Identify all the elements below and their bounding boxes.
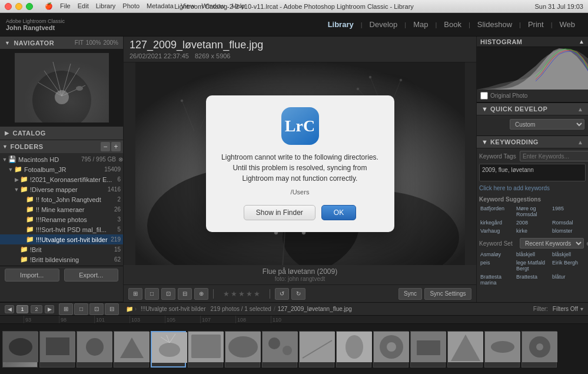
sync-settings-button[interactable]: Sync Settings [424, 288, 471, 300]
kw-suggestion[interactable]: Batfjorden [479, 205, 514, 218]
tab-library[interactable]: Library [321, 18, 361, 31]
page-1-button[interactable]: 1 [16, 305, 28, 313]
menu-library[interactable]: Library [96, 2, 116, 10]
rotate-left-button[interactable]: ↺ [275, 288, 289, 300]
thumbnail-item[interactable] [484, 331, 520, 368]
thumbnail-item-selected[interactable] [151, 331, 186, 368]
thumbnail-item[interactable] [114, 331, 149, 368]
prev-page-button[interactable]: ◀ [5, 305, 14, 313]
kw-set-tag[interactable]: lege Matfald Bergt [515, 259, 550, 272]
filter-expand-icon[interactable]: ▾ [580, 306, 583, 312]
minimize-button[interactable] [15, 3, 22, 10]
close-button[interactable] [5, 3, 12, 10]
qd-arrow[interactable]: ▲ [577, 106, 583, 112]
folder-minus-button[interactable]: − [101, 142, 110, 151]
import-button[interactable]: Import... [5, 269, 59, 282]
list-item[interactable]: ▶ 📁 !!!Rename photos 3 [0, 214, 123, 224]
breadcrumb-folder[interactable]: 📁 [126, 306, 135, 312]
tab-slideshow[interactable]: Slideshow [470, 18, 519, 31]
star-4[interactable]: ★ [246, 290, 253, 298]
original-photo-checkbox[interactable] [480, 92, 488, 100]
quick-develop-header[interactable]: ▼ Quick Develop ▲ [477, 102, 588, 115]
kw-suggestion[interactable]: 2008 [515, 219, 550, 226]
folder-root[interactable]: ▼ 💾 Macintosh HD 795 / 995 GB ⊗ [0, 154, 123, 164]
kw-set-tag[interactable]: peis [479, 259, 514, 272]
people-view-button[interactable]: ⊕ [194, 288, 208, 300]
traffic-lights[interactable] [5, 3, 33, 10]
kw-set-tag[interactable]: blåskjell [551, 251, 586, 258]
tab-book[interactable]: Book [437, 18, 469, 31]
folder-plus-button[interactable]: + [111, 142, 121, 151]
menu-file[interactable]: File [60, 2, 71, 10]
click-here-keywords[interactable]: Click here to add keywords [479, 184, 586, 193]
kw-set-tag[interactable]: Brattesta marina [479, 273, 514, 286]
histogram-arrow[interactable]: ▲ [579, 38, 584, 45]
list-item[interactable]: ▶ 📁 !Britt bildevisning 62 [0, 254, 123, 264]
show-in-finder-button[interactable]: Show in Finder [244, 205, 315, 220]
list-item[interactable]: ▼ 📁 !Diverse mapper 1416 [0, 184, 123, 194]
survey-view-btn[interactable]: ⊟ [105, 303, 119, 315]
thumbnail-item[interactable] [188, 331, 223, 368]
zoom-100-button[interactable]: 100% [86, 39, 101, 46]
kw-set-tag[interactable]: Brattesta [515, 273, 550, 286]
list-item[interactable]: ▶ 📁 !Brit 15 [0, 244, 123, 254]
list-item[interactable]: ▶ 📁 !!!Utvalgte sort-hvit bilder 219 [0, 234, 123, 244]
thumbnail-item[interactable] [373, 331, 408, 368]
list-item[interactable]: ▶ 📁 !! Mine kameraer 26 [0, 204, 123, 214]
thumbnail-item[interactable] [336, 331, 371, 368]
ok-button[interactable]: OK [321, 205, 356, 220]
kw-suggestion[interactable]: blomster [551, 227, 586, 234]
thumbnail-item[interactable] [39, 331, 75, 368]
kw-suggestion[interactable]: kirkegård [479, 219, 514, 226]
zoom-200-button[interactable]: 200% [103, 39, 118, 46]
folders-header[interactable]: ▼ Folders − + [0, 140, 123, 153]
list-item[interactable]: ▶ 📁 !!!Sort-hvit PSD mal_fil... 5 [0, 224, 123, 234]
kw-set-tag[interactable]: blåskjell [515, 251, 550, 258]
star-5[interactable]: ★ [254, 290, 260, 298]
kw-set-tag[interactable]: Asmaløy [479, 251, 514, 258]
thumbnail-item[interactable] [521, 331, 557, 368]
navigator-fit-buttons[interactable]: FIT 100% 200% [75, 39, 118, 46]
tab-print[interactable]: Print [521, 18, 551, 31]
star-2[interactable]: ★ [231, 290, 237, 298]
page-2-button[interactable]: 2 [31, 305, 42, 313]
fit-button[interactable]: FIT [75, 39, 84, 46]
compare-view-button[interactable]: ⊡ [161, 288, 175, 300]
list-item[interactable]: ▼ 📁 Fotoalbum_JR 15409 [0, 164, 123, 174]
qd-preset-select[interactable]: Custom [510, 119, 584, 130]
maximize-button[interactable] [26, 3, 33, 10]
menu-edit[interactable]: Edit [78, 2, 89, 10]
export-button[interactable]: Export... [64, 269, 119, 282]
loupe-view-button[interactable]: □ [145, 288, 159, 300]
menu-apple[interactable]: 🍎 [45, 2, 53, 10]
grid-view-btn[interactable]: ⊞ [59, 303, 73, 315]
tab-web[interactable]: Web [553, 18, 583, 31]
list-item[interactable]: ▶ 📁 !! foto_John Rangtvedt 2 [0, 194, 123, 204]
tab-develop[interactable]: Develop [363, 18, 405, 31]
sync-button[interactable]: Sync [398, 288, 422, 300]
thumbnail-item[interactable] [2, 331, 38, 368]
kw-set-tag[interactable]: Eirik Bergh [551, 259, 586, 272]
kw-suggestion[interactable]: Møre og Romsdal [515, 205, 550, 218]
filmstrip-scroll[interactable] [0, 324, 588, 374]
keyword-tags-input[interactable] [520, 151, 588, 161]
loupe-view-btn[interactable]: □ [74, 303, 88, 315]
kw-arrow[interactable]: ▲ [577, 139, 583, 145]
kw-suggestion[interactable]: 1985 [551, 205, 586, 218]
thumbnail-item[interactable] [225, 331, 260, 368]
list-item[interactable]: ▶ 📁 !2021_Koronasertifikater E... 6 [0, 174, 123, 184]
tab-map[interactable]: Map [406, 18, 435, 31]
kw-suggestion[interactable]: Romsdal [551, 219, 586, 226]
thumbnail-item[interactable] [299, 331, 334, 368]
thumbnail-item[interactable] [77, 331, 112, 368]
survey-view-button[interactable]: ⊟ [178, 288, 192, 300]
keyword-set-select[interactable]: Recent Keywords [520, 238, 584, 249]
thumbnail-item[interactable] [447, 331, 483, 368]
rotate-right-button[interactable]: ↻ [291, 288, 305, 300]
star-1[interactable]: ★ [223, 290, 230, 298]
catalog-header[interactable]: ▶ Catalog [0, 127, 123, 140]
menu-metadata[interactable]: Metadata [147, 2, 174, 10]
kw-set-tag[interactable]: blåtur [551, 273, 586, 286]
menu-photo[interactable]: Photo [122, 2, 139, 10]
image-viewport[interactable]: LrC Lightroom cannot write to the follow… [124, 62, 476, 265]
